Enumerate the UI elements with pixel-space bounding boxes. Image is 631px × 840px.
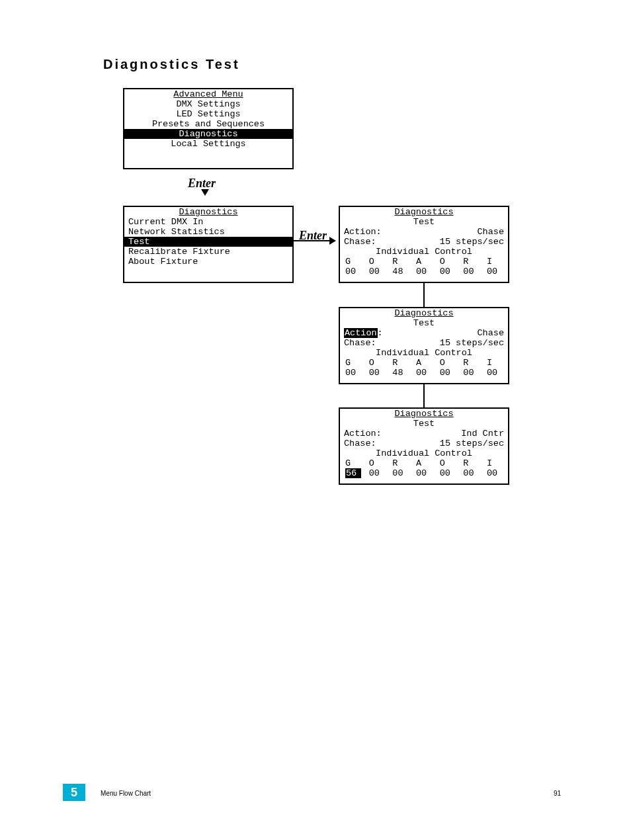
action-label-highlighted[interactable]: Action (344, 328, 378, 338)
action-value: Chase (477, 227, 504, 237)
diag-item-test[interactable]: Test (124, 237, 292, 247)
chase-label: Chase: (344, 439, 376, 448)
test2-chase-row: Chase: 15 steps/sec (344, 338, 504, 348)
val: 00 (369, 368, 385, 378)
footer-label: Menu Flow Chart (101, 790, 151, 797)
val: 00 (392, 468, 408, 478)
val: 00 (463, 267, 479, 276)
col-h: O (369, 458, 385, 468)
test1-title: Diagnostics (340, 207, 508, 217)
val: 00 (440, 267, 456, 276)
col-h: O (369, 257, 385, 267)
col-h: R (463, 358, 479, 368)
diag-item-network[interactable]: Network Statistics (124, 227, 292, 237)
val: 00 (416, 368, 432, 378)
col-h: R (463, 458, 479, 468)
val: 00 (463, 368, 479, 378)
col-h: O (440, 358, 456, 368)
col-h: O (440, 257, 456, 267)
page-title: Diagnostics Test (103, 57, 240, 72)
val: 00 (416, 468, 432, 478)
action-label: Action: (344, 227, 382, 237)
test2-action-row: Action: Chase (344, 328, 504, 338)
screen1-title: Advanced Menu (124, 89, 292, 99)
action-value: Ind Cntr (461, 429, 504, 439)
val: 00 (463, 468, 479, 478)
col-h: G (345, 458, 361, 468)
test2-title: Diagnostics (340, 308, 508, 318)
chase-rate: 15 steps/sec (440, 338, 504, 348)
test2-values: 00 00 48 00 00 00 00 (344, 368, 504, 378)
diag-item-recalibrate[interactable]: Recalibrate Fixture (124, 247, 292, 257)
col-h: O (440, 458, 456, 468)
chase-label: Chase: (344, 237, 376, 247)
test-screen-1: Diagnostics Test Action: Chase Chase: 15… (339, 206, 509, 283)
col-h: R (392, 257, 408, 267)
menu-item-local[interactable]: Local Settings (124, 139, 292, 149)
val: 48 (392, 267, 408, 276)
test1-headers: G O R A O R I (344, 257, 504, 267)
test3-headers: G O R A O R I (344, 458, 504, 468)
chase-label: Chase: (344, 338, 376, 348)
val: 00 (416, 267, 432, 276)
col-h: R (463, 257, 479, 267)
diag-item-about[interactable]: About Fixture (124, 257, 292, 267)
col-h: A (416, 257, 432, 267)
test-screen-3: Diagnostics Test Action: Ind Cntr Chase:… (339, 407, 509, 485)
test3-action-row: Action: Ind Cntr (344, 429, 504, 439)
menu-item-dmx[interactable]: DMX Settings (124, 99, 292, 109)
val: 00 (487, 468, 503, 478)
val: 48 (392, 368, 408, 378)
test-screen-2: Diagnostics Test Action: Chase Chase: 15… (339, 307, 509, 384)
test1-indctrl: Individual Control (344, 247, 504, 257)
val: 00 (345, 267, 361, 276)
arrow-down-icon-1 (201, 189, 209, 196)
val: 00 (440, 368, 456, 378)
action-label: Action: (344, 429, 382, 439)
val-highlighted[interactable]: 56 (345, 468, 361, 478)
test1-chase-row: Chase: 15 steps/sec (344, 237, 504, 247)
test2-indctrl: Individual Control (344, 348, 504, 358)
val: 00 (487, 368, 503, 378)
enter-label-1: Enter (188, 177, 216, 190)
col-h: I (487, 257, 503, 267)
menu-item-diagnostics[interactable]: Diagnostics (124, 129, 292, 139)
col-h: O (369, 358, 385, 368)
test2-headers: G O R A O R I (344, 358, 504, 368)
test1-values: 00 00 48 00 00 00 00 (344, 267, 504, 276)
test3-subtitle: Test (340, 419, 508, 429)
test3-title: Diagnostics (340, 409, 508, 419)
test2-subtitle: Test (340, 318, 508, 328)
action-value: Chase (477, 328, 504, 338)
test3-indctrl: Individual Control (344, 448, 504, 458)
arrow-right-icon (329, 237, 336, 245)
test3-chase-row: Chase: 15 steps/sec (344, 439, 504, 448)
page-number: 91 (554, 790, 561, 797)
screen2-title: Diagnostics (124, 207, 292, 217)
chase-rate: 15 steps/sec (440, 439, 504, 448)
diag-item-dmxin[interactable]: Current DMX In (124, 217, 292, 227)
test1-subtitle: Test (340, 217, 508, 227)
val: 00 (369, 267, 385, 276)
val: 00 (440, 468, 456, 478)
test1-action-row: Action: Chase (344, 227, 504, 237)
val: 00 (487, 267, 503, 276)
diagnostics-list-screen: Diagnostics Current DMX In Network Stati… (123, 206, 294, 283)
col-h: I (487, 358, 503, 368)
col-h: A (416, 358, 432, 368)
menu-item-led[interactable]: LED Settings (124, 109, 292, 119)
col-h: G (345, 257, 361, 267)
col-h: G (345, 358, 361, 368)
enter-label-2: Enter (299, 229, 327, 243)
col-h: R (392, 458, 408, 468)
val: 00 (345, 368, 361, 378)
chapter-badge: 5 (63, 784, 85, 801)
col-h: R (392, 358, 408, 368)
val: 00 (369, 468, 385, 478)
vline-2 (423, 384, 425, 408)
menu-item-presets[interactable]: Presets and Sequences (124, 119, 292, 129)
col-h: I (487, 458, 503, 468)
vline-1 (423, 283, 425, 307)
col-h: A (416, 458, 432, 468)
test3-values: 56 00 00 00 00 00 00 (344, 468, 504, 478)
